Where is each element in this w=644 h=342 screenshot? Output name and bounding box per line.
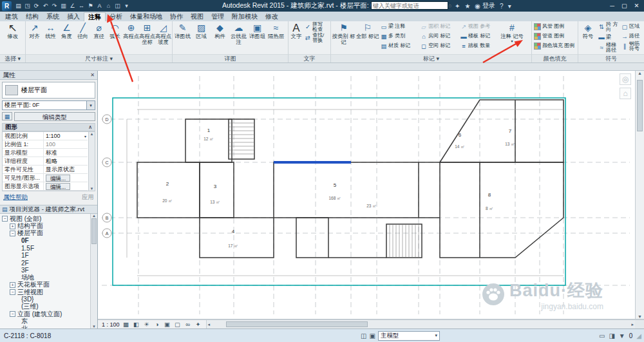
detail-level-icon[interactable]: ▦ <box>122 321 130 328</box>
tab-architecture[interactable]: 建筑 <box>1 12 22 21</box>
crop-region-icon[interactable]: ▢ <box>174 321 182 328</box>
dim-arclength-button[interactable]: ◠弧长 <box>107 22 123 54</box>
temporary-hide-icon[interactable]: ∞ <box>184 321 192 328</box>
crop-view-icon[interactable]: ▣ <box>164 321 171 328</box>
tree-item-3d-views[interactable]: −三维视图 <box>0 289 90 296</box>
properties-header[interactable]: 属性 ✕ <box>0 71 97 80</box>
tab-modify[interactable]: 修改 <box>261 12 282 21</box>
tab-collaborate[interactable]: 协作 <box>166 12 187 21</box>
scroll-down-icon[interactable]: ▼ <box>636 314 644 319</box>
scroll-right-icon[interactable]: ▸ <box>631 322 634 327</box>
scroll-left-icon[interactable]: ◂ <box>208 322 211 327</box>
zoom-tool-icon[interactable]: ⌂ <box>620 88 631 99</box>
spot-slope-button[interactable]: ◿高程点 坡度 <box>155 22 171 54</box>
edit-button[interactable]: 编辑... <box>46 175 70 182</box>
area-symbol-button[interactable]: ▢区域 <box>620 22 643 32</box>
properties-help-link[interactable]: 属性帮助 <box>3 193 28 202</box>
revision-cloud-button[interactable]: ☁云线批注 <box>229 22 248 54</box>
path-symbol-button[interactable]: →路径 <box>620 32 643 41</box>
collapse-icon[interactable]: − <box>2 216 8 222</box>
spot-elevation-button[interactable]: ⊕高程点 <box>123 22 139 54</box>
tree-item-views[interactable]: −视图 (全部) <box>0 215 90 222</box>
detail-component-button[interactable]: ◆构件 <box>211 22 229 54</box>
tab-view[interactable]: 视图 <box>187 12 207 21</box>
beam-annotation-button[interactable]: ▭梁 注释 <box>379 22 419 32</box>
measure-icon[interactable]: ∠ <box>69 3 76 9</box>
reveal-hidden-icon[interactable]: ✦ <box>194 321 202 328</box>
tree-item-east[interactable]: 东 <box>0 318 90 325</box>
modify-button[interactable]: ↖修改 <box>1 22 24 54</box>
tree-item-elevations[interactable]: −立面 (建筑立面) <box>0 310 90 318</box>
collapse-icon[interactable]: − <box>10 311 15 317</box>
worksets-icon[interactable]: ◫ <box>361 332 366 339</box>
material-tag-button[interactable]: ▤材质 标记 <box>379 41 419 51</box>
scrollbar-thumb[interactable] <box>226 321 368 327</box>
floor-tag-button[interactable]: ▬楼板 标记 <box>459 32 499 41</box>
scrollbar-thumb[interactable] <box>637 80 643 131</box>
view-scale-button[interactable]: 1 : 100 <box>102 321 120 328</box>
keynote-button[interactable]: #注释 记号▾ <box>499 22 525 54</box>
stair-path-button[interactable]: ≈楼梯 路径 <box>597 43 620 53</box>
tab-insert[interactable]: 插入 <box>63 12 84 21</box>
redo-icon[interactable]: ↷ <box>51 3 58 9</box>
dim-diameter-button[interactable]: ⌀直径 <box>91 22 107 54</box>
undo-icon[interactable]: ↶ <box>42 3 49 9</box>
collapse-icon[interactable]: − <box>10 231 15 236</box>
collapse-icon[interactable]: ∧ <box>88 124 92 130</box>
maximize-button[interactable]: ▢ <box>618 1 630 11</box>
prop-value[interactable]: 标准 <box>44 149 88 157</box>
editable-only-icon[interactable]: ▭ <box>599 332 605 339</box>
dim-angular-button[interactable]: ∠角度 <box>59 22 75 54</box>
sign-in-button[interactable]: ◉ 登录 <box>475 1 495 10</box>
resize-grip-icon[interactable]: ◢ <box>636 332 641 339</box>
find-replace-button[interactable]: ⇄查找/ 替换 <box>303 33 330 44</box>
tree-item-3f[interactable]: 3F <box>0 267 90 274</box>
detail-line-button[interactable]: ✎详图线 <box>173 22 192 54</box>
prop-value[interactable]: 显示原状态 <box>44 166 88 174</box>
chevron-down-icon[interactable]: ▾ <box>84 134 88 138</box>
tab-massing-site[interactable]: 体量和场地 <box>126 12 166 21</box>
tab-manage[interactable]: 管理 <box>207 12 228 21</box>
expand-icon[interactable]: + <box>10 223 15 229</box>
tree-item-0f[interactable]: 0F <box>0 237 90 244</box>
apply-button[interactable]: 应用 <box>82 193 94 202</box>
text-button[interactable]: A文字 <box>289 22 303 54</box>
tree-item-1-5f[interactable]: 1.5F <box>0 245 90 252</box>
dim-radial-button[interactable]: ╱径向 <box>75 22 91 54</box>
room-tag-button[interactable]: ⌂房间 标记 <box>419 32 459 41</box>
scroll-up-icon[interactable]: ▲ <box>91 214 97 218</box>
default-3d-view-icon[interactable]: ⌂ <box>105 3 112 9</box>
panel-label-tag[interactable]: 标记 ▾ <box>331 54 531 62</box>
tag-all-button[interactable]: ⚐全部 标记 <box>355 22 379 54</box>
detail-group-button[interactable]: ▣详图组 <box>248 22 267 54</box>
steering-wheel-icon[interactable]: ◎ <box>620 73 631 85</box>
room-labels[interactable]: 112 ㎡ 220 ㎡ 313 ㎡ 417 ㎡ 5168 ㎡ 23 ㎡ 614 … <box>162 128 515 248</box>
tab-analyze[interactable]: 分析 <box>106 12 126 21</box>
panel-label-select[interactable]: 选择 ▾ <box>0 54 25 62</box>
span-direction-button[interactable]: ⇅跨 方向 <box>597 22 620 33</box>
tree-item-2f[interactable]: 2F <box>0 259 90 266</box>
tree-item-structural-plans[interactable]: +结构平面 <box>0 222 90 229</box>
insulation-button[interactable]: ≈隔热层 <box>267 22 285 54</box>
mask-icon[interactable]: ◨ <box>609 332 614 339</box>
type-selector[interactable]: 楼层平面 <box>2 82 95 99</box>
scroll-up-icon[interactable]: ▲ <box>636 71 644 75</box>
filled-region-button[interactable]: ▨区域 <box>192 22 211 54</box>
floor-plan[interactable]: D C B A <box>98 71 635 319</box>
filter-icon[interactable]: ▼ <box>619 332 625 339</box>
tree-item-floor-plans[interactable]: −楼层平面 <box>0 230 90 237</box>
tab-annotate[interactable]: 注释 <box>84 12 106 21</box>
prop-value[interactable]: 1:100 <box>44 133 84 139</box>
color-fill-legend-button[interactable]: 颜色填充 图例 <box>533 41 576 51</box>
open-file-icon[interactable]: ▤ <box>15 3 22 9</box>
horizontal-scrollbar[interactable]: ◂ ▸ <box>206 320 635 328</box>
design-options-icon[interactable]: ▣ <box>369 332 375 339</box>
dim-linear-button[interactable]: ↔线性 <box>43 22 59 54</box>
scrollbar-thumb[interactable] <box>91 218 97 244</box>
tree-item-3d[interactable]: {3D} <box>0 296 90 303</box>
vertical-scrollbar[interactable]: ▲ ▼ <box>635 71 644 319</box>
communication-center-icon[interactable]: ✦ <box>455 3 460 10</box>
sun-path-icon[interactable]: ☀ <box>143 321 151 328</box>
tree-item-1f[interactable]: 1F <box>0 252 90 259</box>
pipe-legend-button[interactable]: 管道 图例 <box>533 32 576 41</box>
